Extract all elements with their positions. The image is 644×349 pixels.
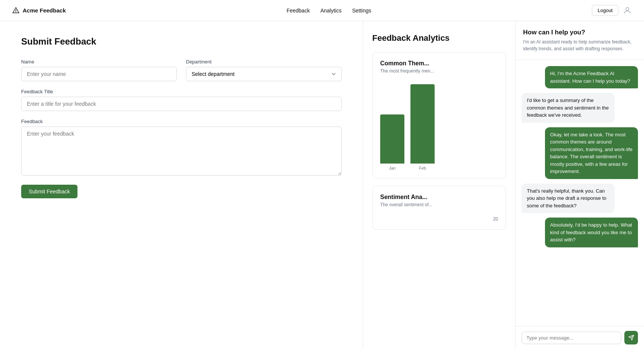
sentiment-card: Sentiment Ana... The overall sentiment o…	[372, 186, 506, 230]
feedback-area-group: Feedback	[21, 119, 342, 176]
submit-feedback-panel: Submit Feedback Name Department Select d…	[0, 21, 363, 349]
nav-analytics[interactable]: Analytics	[320, 8, 342, 14]
right-panel: Feedback Analytics Common Them... The mo…	[363, 21, 644, 349]
chat-msg-0: Hi, I'm the Acme Feedback AI assistant. …	[545, 66, 638, 88]
sentiment-subtitle: The overall sentiment of...	[380, 202, 498, 207]
chat-msg-2: Okay, let me take a look. The most commo…	[545, 127, 638, 179]
chat-bubble-0: Hi, I'm the Acme Feedback AI assistant. …	[545, 66, 638, 88]
submit-feedback-button[interactable]: Submit Feedback	[21, 185, 77, 198]
chat-bubble-1: I'd like to get a summary of the common …	[522, 93, 615, 123]
common-themes-card: Common Them... The most frequently men..…	[372, 52, 506, 178]
department-group: Department Select department Engineering…	[186, 59, 342, 81]
header-right: Logout	[592, 5, 632, 16]
sentiment-title: Sentiment Ana...	[380, 194, 498, 201]
logo-icon	[12, 7, 20, 14]
feedback-label: Feedback	[21, 119, 342, 124]
common-themes-title: Common Them...	[380, 60, 498, 67]
feedback-title-input[interactable]	[21, 97, 342, 111]
bar-feb-rect	[410, 84, 435, 164]
send-icon	[628, 335, 634, 341]
main-nav: Feedback Analytics Settings	[286, 8, 371, 14]
chat-messages: Hi, I'm the Acme Feedback AI assistant. …	[516, 60, 644, 326]
feedback-textarea[interactable]	[21, 127, 342, 176]
bar-chart: Jan Feb	[380, 80, 498, 170]
bar-feb: Feb	[410, 84, 435, 170]
analytics-panel: Feedback Analytics Common Them... The mo…	[363, 21, 516, 349]
chat-send-button[interactable]	[624, 331, 638, 344]
logo-text: Acme Feedback	[23, 7, 66, 14]
chat-input-row	[516, 326, 644, 349]
nav-settings[interactable]: Settings	[352, 8, 372, 14]
sentiment-bottom-label: 20	[380, 213, 498, 222]
common-themes-subtitle: The most frequently men...	[380, 68, 498, 74]
nav-feedback[interactable]: Feedback	[286, 8, 310, 14]
svg-point-1	[626, 8, 629, 11]
department-select[interactable]: Select department Engineering Marketing …	[186, 67, 342, 81]
chat-msg-3: That's really helpful, thank you. Can yo…	[522, 184, 615, 213]
chat-bubble-2: Okay, let me take a look. The most commo…	[545, 127, 638, 179]
chat-msg-1: I'd like to get a summary of the common …	[522, 93, 615, 123]
chat-bubble-4: Absolutely, I'd be happy to help. What k…	[545, 218, 638, 247]
svg-point-0	[16, 12, 16, 12]
name-input[interactable]	[21, 67, 177, 81]
user-icon	[623, 6, 632, 15]
chat-header: How can I help you? I'm an AI assistant …	[516, 21, 644, 60]
name-group: Name	[21, 59, 177, 81]
bar-jan-rect	[380, 114, 404, 164]
logout-button[interactable]: Logout	[592, 5, 618, 16]
chat-title: How can I help you?	[523, 29, 636, 36]
name-label: Name	[21, 59, 177, 65]
chat-bubble-3: That's really helpful, thank you. Can yo…	[522, 184, 615, 213]
logo: Acme Feedback	[12, 7, 66, 14]
bar-feb-label: Feb	[419, 166, 426, 170]
chat-msg-4: Absolutely, I'd be happy to help. What k…	[545, 218, 638, 247]
chat-panel: How can I help you? I'm an AI assistant …	[516, 21, 644, 349]
feedback-title-group: Feedback Title	[21, 89, 342, 111]
name-department-row: Name Department Select department Engine…	[21, 59, 342, 81]
department-label: Department	[186, 59, 342, 65]
chat-desc: I'm an AI assistant ready to help summar…	[523, 39, 636, 52]
bar-jan: Jan	[380, 114, 404, 170]
chat-input[interactable]	[522, 332, 621, 344]
analytics-title: Feedback Analytics	[372, 33, 506, 43]
page-title: Submit Feedback	[21, 36, 342, 47]
feedback-title-label: Feedback Title	[21, 89, 342, 94]
bar-jan-label: Jan	[389, 166, 396, 170]
